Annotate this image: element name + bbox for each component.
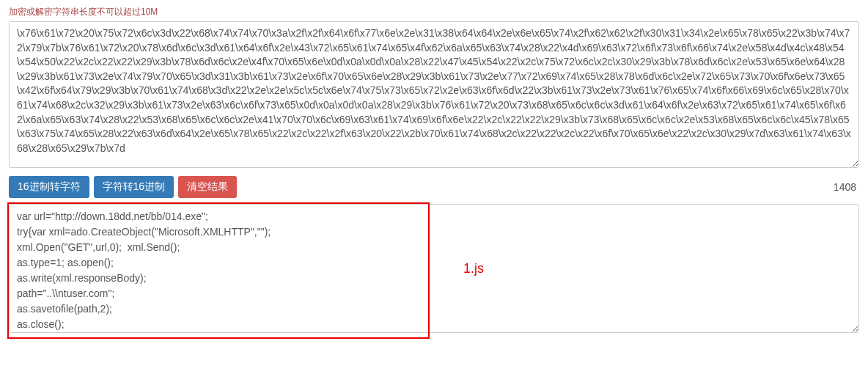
hex-to-str-button[interactable]: 16进制转字符 [9,176,89,198]
str-to-hex-button[interactable]: 字符转16进制 [94,176,174,198]
hex-input[interactable] [9,21,859,168]
char-count: 1408 [834,181,859,193]
output-wrapper: 1.js [9,204,859,335]
toolbar: 16进制转字符 字符转16进制 清空结果 1408 [9,176,859,198]
decoded-output[interactable] [9,204,859,333]
clear-button[interactable]: 清空结果 [178,176,237,198]
length-warning: 加密或解密字符串长度不可以超过10M [9,6,859,18]
